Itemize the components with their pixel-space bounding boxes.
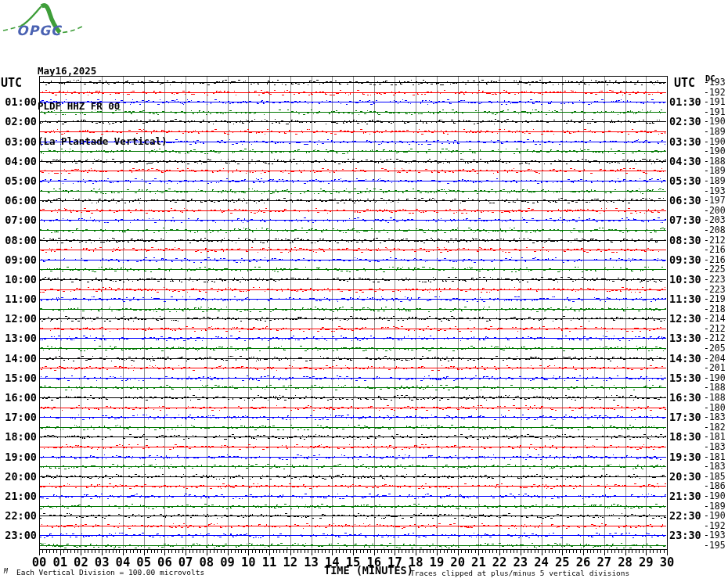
left-hour-label: 04:00 [0,155,37,167]
dc-column-header: DC [705,74,715,83]
right-half-hour-label: 02:30 [669,115,701,128]
minute-tick-label: 22 [492,555,507,569]
corner-mark: M [4,568,8,575]
left-hour-label: 09:00 [0,253,37,266]
right-axis-title: UTC [674,76,695,90]
logo-text: OPGC [16,23,63,38]
right-half-hour-label: 03:30 [669,135,701,148]
minute-tick-label: 13 [304,555,319,569]
right-half-hour-label: 21:30 [669,490,701,502]
minute-tick-label: 28 [618,555,632,569]
dc-offset-value: -195 [704,540,726,551]
right-half-hour-label: 13:30 [669,332,701,344]
minute-tick-label: 11 [262,555,277,569]
minute-tick-label: 29 [639,555,654,569]
station-code-label: PLDF HHZ FR 00 [38,100,168,112]
right-half-hour-label: 01:30 [669,95,701,108]
clipping-note: Traces clipped at plus/minus 5 vertical … [410,569,629,577]
left-hour-label: 22:00 [0,509,37,522]
right-half-hour-label: 11:30 [669,293,701,305]
minute-tick-label: 12 [283,555,297,569]
right-half-hour-label: 04:30 [669,155,701,167]
minute-tick-label: 25 [555,555,570,569]
right-half-hour-label: 19:30 [669,451,701,463]
right-half-hour-label: 10:30 [669,273,701,286]
minute-tick-label: 21 [471,555,486,569]
left-hour-label: 10:00 [0,273,37,286]
left-hour-label: 17:00 [0,411,37,423]
left-hour-label: 05:00 [0,174,37,187]
right-half-hour-label: 14:30 [669,352,701,365]
logo-dash-right [63,27,83,33]
left-hour-label: 15:00 [0,372,37,384]
right-half-hour-label: 20:30 [669,470,701,483]
left-hour-label: 16:00 [0,391,37,404]
left-hour-label: 08:00 [0,234,37,246]
helicorder-page: OPGC May16,2025 PLDF HHZ FR 00 (La Plant… [0,0,728,582]
right-half-hour-label: 18:30 [669,430,701,443]
date-label: May16,2025 [38,65,168,77]
left-hour-label: 23:00 [0,529,37,541]
minute-tick-label: 30 [660,555,675,569]
minute-tick-label: 20 [450,555,465,569]
left-hour-label: 01:00 [0,95,37,108]
minute-tick-label: 10 [241,555,256,569]
left-hour-label: 13:00 [0,332,37,344]
right-half-hour-label: 07:30 [669,214,701,226]
minute-tick-label: 26 [576,555,591,569]
right-half-hour-label: 08:30 [669,234,701,246]
left-hour-label: 12:00 [0,312,37,325]
minute-tick-label: 24 [534,555,549,569]
left-hour-label: 02:00 [0,115,37,128]
left-hour-label: 19:00 [0,451,37,463]
left-hour-label: 11:00 [0,293,37,305]
right-half-hour-label: 12:30 [669,312,701,325]
right-half-hour-label: 15:30 [669,372,701,384]
right-half-hour-label: 23:30 [669,529,701,541]
x-axis-title: TIME (MINUTES) [324,564,413,577]
right-half-hour-label: 09:30 [669,253,701,266]
left-hour-label: 03:00 [0,135,37,148]
left-hour-label: 14:00 [0,352,37,365]
minute-tick-label: 09 [220,555,235,569]
right-half-hour-label: 05:30 [669,174,701,187]
opgc-logo: OPGC [2,2,89,39]
left-hour-label: 20:00 [0,470,37,483]
right-half-hour-label: 06:30 [669,194,701,207]
right-half-hour-label: 22:30 [669,509,701,522]
left-hour-label: 06:00 [0,194,37,207]
plot-title-block: May16,2025 PLDF HHZ FR 00 (La Plantade V… [38,41,168,171]
right-half-hour-label: 16:30 [669,391,701,404]
minute-tick-label: 27 [596,555,611,569]
left-hour-label: 18:00 [0,430,37,443]
vertical-scale-note: Each Vertical Division = 100.00 microvol… [16,568,204,577]
minute-tick-label: 19 [430,555,445,569]
station-name-label: (La Plantade Vertical) [38,135,168,147]
left-axis-title: UTC [1,76,22,90]
minute-tick-label: 23 [514,555,528,569]
left-hour-label: 07:00 [0,214,37,226]
right-half-hour-label: 17:30 [669,411,701,423]
left-hour-label: 21:00 [0,490,37,502]
